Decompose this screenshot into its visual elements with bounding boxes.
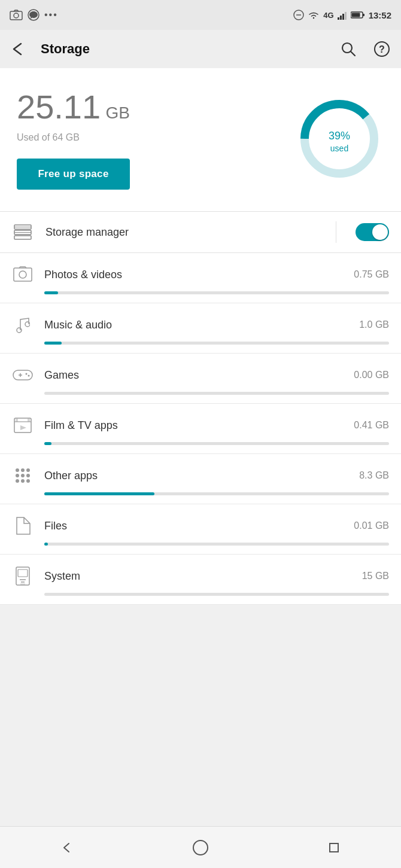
- storage-summary-card: 25.11 GB Used of 64 GB Free up space 39%…: [0, 68, 401, 212]
- battery-icon: [351, 11, 365, 19]
- svg-point-26: [25, 322, 30, 327]
- storage-manager-toggle[interactable]: [356, 223, 389, 241]
- storage-donut-chart: 39% used: [294, 94, 384, 184]
- other-apps-size: 8.3 GB: [359, 470, 389, 481]
- svg-rect-50: [20, 583, 25, 585]
- svg-point-39: [26, 468, 30, 472]
- svg-rect-22: [14, 236, 31, 239]
- film-tv-label: Film & TV apps: [44, 419, 343, 432]
- svg-line-13: [351, 51, 355, 56]
- svg-rect-47: [18, 569, 28, 577]
- dots-icon: •••: [44, 10, 58, 20]
- category-system[interactable]: System 15 GB: [0, 555, 401, 605]
- film-icon: [12, 415, 34, 436]
- svg-point-42: [26, 474, 30, 477]
- svg-point-45: [26, 479, 30, 483]
- storage-unit: GB: [106, 103, 130, 122]
- other-apps-label: Other apps: [44, 470, 348, 482]
- svg-point-43: [16, 479, 19, 483]
- photos-progress-bg: [44, 291, 389, 294]
- time-display: 13:52: [369, 10, 391, 20]
- svg-text:?: ?: [379, 44, 385, 54]
- system-progress-bg: [44, 593, 389, 596]
- free-up-space-button[interactable]: Free up space: [17, 159, 130, 190]
- svg-point-51: [193, 840, 208, 855]
- storage-used-value: 25.11 GB: [17, 87, 130, 126]
- games-size: 0.00 GB: [354, 370, 389, 380]
- recents-nav-button[interactable]: [316, 830, 352, 866]
- system-label: System: [44, 570, 351, 583]
- photo-icon: [10, 10, 23, 20]
- svg-rect-8: [345, 12, 347, 20]
- svg-point-30: [26, 373, 28, 375]
- category-music-audio[interactable]: Music & audio 1.0 GB: [0, 303, 401, 354]
- category-list: Photos & videos 0.75 GB Music & audio 1.…: [0, 253, 401, 605]
- back-nav-button[interactable]: [49, 830, 85, 866]
- help-button[interactable]: ?: [370, 37, 394, 61]
- manager-divider: [336, 221, 336, 243]
- svg-point-1: [14, 13, 19, 18]
- photos-icon: [12, 264, 34, 285]
- svg-rect-0: [10, 11, 22, 20]
- film-progress-bg: [44, 442, 389, 445]
- storage-total-label: Used of 64 GB: [17, 132, 130, 143]
- search-button[interactable]: [336, 37, 360, 61]
- music-audio-label: Music & audio: [44, 319, 348, 331]
- games-icon: [12, 364, 34, 386]
- home-nav-button[interactable]: [183, 830, 218, 866]
- app-bar: Storage ?: [0, 30, 401, 68]
- files-progress-fill: [44, 543, 48, 546]
- svg-marker-36: [20, 425, 26, 430]
- photos-videos-label: Photos & videos: [44, 269, 343, 281]
- svg-rect-10: [363, 14, 364, 16]
- network-4g: 4G: [323, 11, 333, 20]
- donut-percent-value: 39: [329, 130, 341, 142]
- svg-rect-35: [28, 419, 30, 422]
- svg-rect-52: [330, 843, 338, 852]
- music-audio-size: 1.0 GB: [359, 319, 389, 330]
- back-button[interactable]: [7, 37, 31, 61]
- category-film-tv[interactable]: Film & TV apps 0.41 GB: [0, 404, 401, 454]
- status-icons-right: 4G 13:52: [293, 10, 391, 20]
- bottom-nav: [0, 826, 401, 868]
- svg-rect-23: [14, 268, 32, 281]
- storage-info: 25.11 GB Used of 64 GB Free up space: [17, 87, 130, 190]
- film-progress-fill: [44, 442, 51, 445]
- apps-icon: [12, 465, 34, 486]
- dnd-icon: [293, 10, 304, 20]
- music-icon: [12, 314, 34, 336]
- storage-manager-row[interactable]: Storage manager: [0, 212, 401, 253]
- category-files[interactable]: Files 0.01 GB: [0, 504, 401, 555]
- files-icon: [12, 515, 34, 537]
- files-size: 0.01 GB: [354, 520, 389, 531]
- donut-used-label: used: [329, 144, 350, 153]
- status-bar: ••• 4G 13:52: [0, 0, 401, 30]
- svg-rect-7: [342, 14, 344, 20]
- category-other-apps[interactable]: Other apps 8.3 GB: [0, 454, 401, 504]
- film-tv-size: 0.41 GB: [354, 420, 389, 431]
- svg-rect-6: [340, 16, 342, 20]
- system-icon: [12, 565, 34, 587]
- system-size: 15 GB: [362, 571, 389, 581]
- category-games[interactable]: Games 0.00 GB: [0, 354, 401, 404]
- svg-rect-34: [16, 419, 18, 422]
- svg-rect-27: [13, 370, 32, 380]
- svg-point-37: [16, 468, 19, 472]
- svg-point-41: [21, 474, 25, 477]
- games-progress-bg: [44, 392, 389, 395]
- page-title: Storage: [41, 41, 327, 57]
- files-progress-bg: [44, 543, 389, 546]
- svg-rect-5: [338, 17, 339, 20]
- music-progress-fill: [44, 342, 62, 345]
- files-label: Files: [44, 520, 343, 532]
- svg-point-38: [21, 468, 25, 472]
- photos-videos-size: 0.75 GB: [354, 269, 389, 280]
- category-photos-videos[interactable]: Photos & videos 0.75 GB: [0, 253, 401, 303]
- other-apps-progress-bg: [44, 492, 389, 495]
- games-label: Games: [44, 369, 343, 382]
- wifi-icon: [308, 10, 320, 20]
- svg-point-31: [28, 375, 30, 377]
- svg-point-44: [21, 479, 25, 483]
- svg-point-40: [16, 474, 19, 477]
- svg-rect-11: [351, 13, 360, 17]
